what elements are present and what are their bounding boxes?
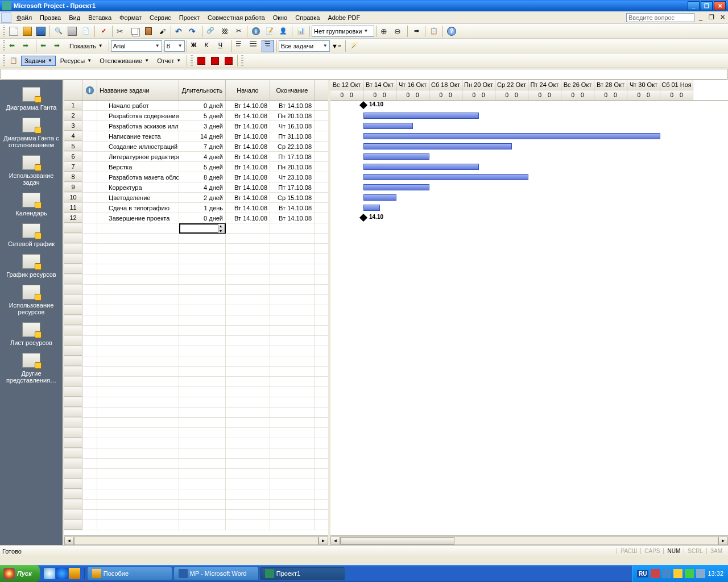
tray-icon[interactable]: [651, 569, 660, 578]
start-cell[interactable]: [226, 326, 270, 335]
tray-icon[interactable]: [662, 569, 671, 578]
viewbar-item[interactable]: Календарь: [15, 193, 47, 217]
pdf2-button[interactable]: [209, 55, 221, 67]
name-cell[interactable]: Создание иллюстраций: [97, 142, 179, 151]
info-cell[interactable]: [82, 428, 97, 438]
end-cell[interactable]: [270, 418, 315, 427]
duration-cell[interactable]: [179, 408, 226, 417]
start-cell[interactable]: Вт 14.10.08: [226, 162, 270, 172]
mdi-min-button[interactable]: _: [696, 13, 705, 22]
gantt-bar[interactable]: [363, 133, 660, 139]
start-cell[interactable]: [226, 223, 270, 233]
row-number[interactable]: 5: [64, 142, 82, 151]
menu-view[interactable]: Вид: [65, 13, 84, 23]
duration-cell[interactable]: 7 дней: [179, 142, 226, 151]
end-cell[interactable]: [270, 223, 315, 233]
name-cell[interactable]: Написание текста: [97, 131, 179, 141]
spinner-icon[interactable]: [218, 224, 225, 233]
row-number[interactable]: [64, 418, 82, 427]
duration-cell[interactable]: [179, 264, 226, 274]
start-cell[interactable]: Вт 14.10.08: [226, 213, 270, 223]
table-row[interactable]: [64, 295, 328, 305]
end-cell[interactable]: Пт 31.10.08: [270, 131, 315, 141]
desktop-icon[interactable]: [44, 568, 55, 579]
duration-cell[interactable]: [179, 315, 226, 325]
format-painter-button[interactable]: 🖌: [156, 25, 168, 38]
start-cell[interactable]: [226, 285, 270, 294]
table-row[interactable]: [64, 377, 328, 387]
info-cell[interactable]: [82, 223, 97, 233]
project-icon[interactable]: [1, 13, 11, 23]
name-cell[interactable]: [97, 520, 179, 530]
gantt-bar[interactable]: [363, 184, 429, 190]
restore-button[interactable]: ❐: [701, 1, 713, 10]
split-button[interactable]: ✂: [232, 25, 245, 38]
row-number[interactable]: [64, 326, 82, 335]
duration-cell[interactable]: 5 дней: [179, 162, 226, 172]
end-cell[interactable]: Вт 14.10.08: [270, 213, 315, 223]
row-number[interactable]: [64, 397, 82, 407]
end-cell[interactable]: [270, 438, 315, 448]
name-column-header[interactable]: Название задачи: [97, 80, 179, 100]
info-cell[interactable]: [82, 356, 97, 366]
name-cell[interactable]: Начало работ: [97, 101, 179, 110]
start-cell[interactable]: [226, 510, 270, 519]
info-cell[interactable]: [82, 397, 97, 407]
end-cell[interactable]: Пт 17.10.08: [270, 182, 315, 192]
start-cell[interactable]: [226, 459, 270, 468]
open-button[interactable]: [21, 25, 34, 38]
name-cell[interactable]: Верстка: [97, 162, 179, 172]
menu-adobe[interactable]: Adobe PDF: [324, 13, 364, 23]
viewbar-item[interactable]: График ресурсов: [6, 254, 56, 278]
entry-bar[interactable]: [1, 69, 727, 80]
row-number[interactable]: [64, 356, 82, 366]
table-row[interactable]: 1Начало работ0 днейВт 14.10.08Вт 14.10.0…: [64, 101, 328, 111]
table-row[interactable]: [64, 500, 328, 510]
start-cell[interactable]: Вт 14.10.08: [226, 203, 270, 213]
info-button[interactable]: i: [250, 25, 262, 38]
menu-window[interactable]: Окно: [269, 13, 292, 23]
pdf-button[interactable]: [195, 55, 208, 67]
row-number[interactable]: [64, 346, 82, 356]
duration-cell[interactable]: [179, 510, 226, 519]
duration-cell[interactable]: [179, 397, 226, 407]
table-row[interactable]: 10Цветоделение2 днейВт 14.10.08Ср 15.10.…: [64, 193, 328, 203]
row-number[interactable]: 1: [64, 101, 82, 110]
start-cell[interactable]: [226, 520, 270, 530]
info-cell[interactable]: [82, 346, 97, 356]
name-cell[interactable]: [97, 397, 179, 407]
assign-button[interactable]: 👤: [277, 25, 289, 38]
duration-cell[interactable]: [179, 448, 226, 458]
start-cell[interactable]: Вт 14.10.08: [226, 193, 270, 202]
duration-cell[interactable]: 8 дней: [179, 172, 226, 182]
end-column-header[interactable]: Окончание: [270, 80, 315, 100]
name-cell[interactable]: [97, 326, 179, 335]
start-cell[interactable]: [226, 244, 270, 253]
row-number[interactable]: [64, 448, 82, 458]
end-cell[interactable]: [270, 510, 315, 519]
viewbar-item[interactable]: Диаграмма Ганта: [6, 87, 57, 111]
end-cell[interactable]: [270, 459, 315, 468]
scroll-left-button[interactable]: ◄: [330, 537, 340, 545]
tray-icon[interactable]: [685, 569, 694, 578]
gripper-icon[interactable]: [241, 55, 243, 66]
nav-back-button[interactable]: [7, 40, 20, 52]
name-cell[interactable]: [97, 285, 179, 294]
name-cell[interactable]: [97, 408, 179, 417]
scroll-left-button[interactable]: ◄: [64, 537, 74, 545]
task-word[interactable]: MP - Microsoft Word: [173, 567, 259, 580]
row-number[interactable]: 12: [64, 213, 82, 223]
start-cell[interactable]: [226, 346, 270, 356]
table-row[interactable]: [64, 479, 328, 489]
table-row[interactable]: 8Разработка макета обложки8 днейВт 14.10…: [64, 172, 328, 182]
table-hscroll[interactable]: ◄ ►: [64, 535, 328, 545]
mail-icon[interactable]: [69, 568, 80, 579]
end-cell[interactable]: [270, 346, 315, 356]
start-cell[interactable]: Вт 14.10.08: [226, 111, 270, 120]
name-cell[interactable]: [97, 418, 179, 427]
duration-cell[interactable]: 2 дней: [179, 193, 226, 202]
row-number[interactable]: 8: [64, 172, 82, 182]
row-number[interactable]: 10: [64, 193, 82, 202]
duration-cell[interactable]: [179, 275, 226, 284]
name-cell[interactable]: [97, 356, 179, 366]
